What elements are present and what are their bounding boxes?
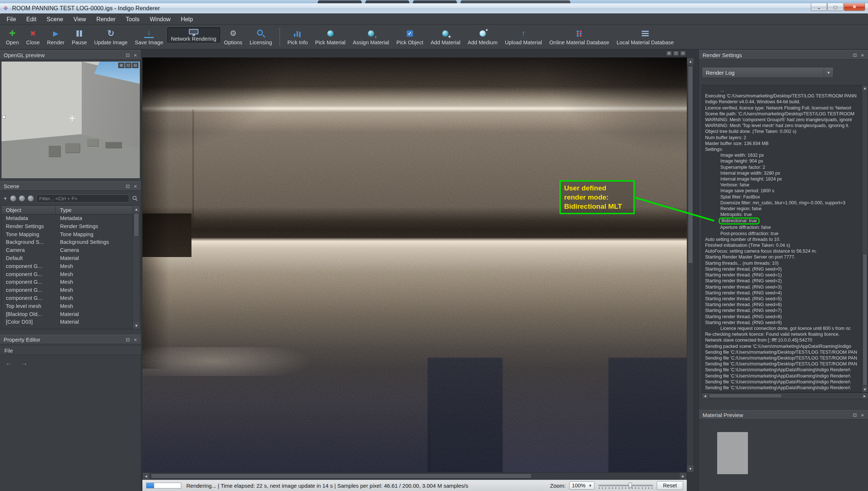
search-icon[interactable]	[132, 196, 138, 201]
zoom-slider-handle[interactable]	[629, 483, 632, 488]
column-object[interactable]: Object	[1, 206, 56, 214]
table-row[interactable]: component G...Mesh	[1, 294, 133, 302]
render-log-panel[interactable]: ...Executing 'C:/Users/msmarketing/Deskt…	[702, 85, 868, 393]
float-panel-icon[interactable]	[852, 412, 858, 418]
menu-render[interactable]: Render	[91, 14, 120, 25]
render-settings-dropdown[interactable]: Render Log ▼	[702, 67, 834, 78]
table-row[interactable]: [Blacktop Old...Material	[1, 310, 133, 319]
render-progress-fill	[146, 483, 154, 488]
opengl-viewport[interactable]: ⊞ ⊡ ⊟	[1, 61, 140, 179]
render-expand-button[interactable]: ⊟	[680, 51, 686, 56]
float-panel-icon[interactable]	[124, 52, 131, 58]
menu-tools[interactable]: Tools	[121, 14, 145, 25]
menu-edit[interactable]: Edit	[21, 14, 42, 25]
render-float-button[interactable]: ⊞	[666, 51, 672, 56]
indigo-app-icon	[3, 5, 10, 12]
render-viewport[interactable]	[142, 57, 687, 472]
object-cell: Top level mesh	[1, 302, 56, 310]
close-panel-icon[interactable]	[859, 412, 866, 418]
title-bar[interactable]: ROOM PANNING TEST LOG-0000.igs - Indigo …	[0, 3, 868, 14]
table-row[interactable]: Top level meshMesh	[1, 302, 133, 310]
render-progress-bar	[146, 483, 181, 488]
table-row[interactable]: Render SettingsRender Settings	[1, 223, 133, 231]
render-dock-button[interactable]: ⊡	[673, 51, 679, 56]
add-material-button[interactable]: Add Material	[427, 27, 464, 46]
menu-scene[interactable]: Scene	[41, 14, 68, 25]
menu-view[interactable]: View	[68, 14, 91, 25]
online-material-database-button[interactable]: Online Material Database	[546, 27, 613, 46]
minimize-button[interactable]	[811, 3, 827, 11]
table-row[interactable]: component G...Mesh	[1, 263, 133, 271]
zoom-select[interactable]: 100% ▼	[569, 481, 595, 490]
table-row[interactable]: Tone MappingTone Mapping	[1, 231, 133, 239]
zoom-slider[interactable]	[598, 481, 653, 490]
pick-material-button[interactable]: Pick Material	[312, 27, 349, 46]
close-panel-icon[interactable]	[132, 183, 139, 189]
menu-help[interactable]: Help	[176, 14, 198, 25]
render-view-topstrip: ⊞ ⊡ ⊟	[141, 49, 699, 57]
menu-window[interactable]: Window	[145, 14, 176, 25]
close-panel-icon[interactable]	[859, 52, 866, 58]
table-row[interactable]: DefaultMaterial	[1, 254, 133, 263]
render-horizontal-scrollbar[interactable]: ◄ ►	[142, 472, 687, 480]
maximize-button[interactable]	[827, 3, 843, 11]
eye-icon[interactable]	[10, 196, 16, 201]
close-panel-icon[interactable]	[132, 52, 139, 58]
options-button[interactable]: Options	[220, 27, 246, 46]
back-arrow-icon[interactable]: ←	[5, 359, 12, 367]
forward-arrow-icon[interactable]: →	[21, 359, 28, 367]
assign-material-button[interactable]: Assign Material	[349, 27, 393, 46]
table-row[interactable]: component G...Mesh	[1, 271, 133, 279]
render-vertical-scrollbar[interactable]: ▲ ▼	[687, 57, 694, 472]
type-cell: Metadata	[56, 215, 82, 223]
close-button[interactable]: Close	[22, 27, 43, 46]
pause-button[interactable]: Pause	[68, 27, 90, 46]
table-row[interactable]: component G...Mesh	[1, 278, 133, 286]
menu-bar: FileEditSceneViewRenderToolsWindowHelp	[0, 14, 868, 25]
log-horizontal-scrollbar[interactable]: ◄ ►	[702, 393, 868, 399]
save-image-button[interactable]: Save Image	[131, 27, 167, 46]
lock-icon[interactable]	[19, 196, 25, 201]
close-panel-icon[interactable]	[132, 336, 139, 342]
object-cell: Tone Mapping	[1, 231, 56, 239]
menu-file[interactable]: File	[1, 14, 21, 25]
network-rendering-button[interactable]: Network Rendering	[167, 27, 220, 43]
chevron-down-icon: ▼	[588, 484, 592, 488]
gl-dock-button[interactable]: ⊡	[125, 63, 131, 68]
licensing-button[interactable]: Licensing	[246, 27, 276, 46]
scene-filter-input[interactable]	[37, 194, 129, 202]
table-row[interactable]: MetadataMetadata	[1, 215, 133, 223]
toolbar-label: Licensing	[250, 40, 272, 45]
upload-material-button[interactable]: Upload Material	[501, 27, 546, 46]
table-row[interactable]: component G...Mesh	[1, 286, 133, 294]
table-row[interactable]: Background S...Background Settings	[1, 238, 133, 246]
float-panel-icon[interactable]	[124, 336, 131, 342]
log-vertical-scrollbar[interactable]: ▲ ▼	[862, 85, 868, 392]
scene-table-scrollbar[interactable]: ▲ ▼	[133, 206, 140, 329]
open-button[interactable]: Open	[2, 27, 22, 46]
center-area: ⊞ ⊡ ⊟ ▲	[141, 49, 699, 491]
render-button[interactable]: Render	[44, 27, 68, 46]
type-cell: Mesh	[56, 294, 73, 302]
pick-object-button[interactable]: Pick Object	[393, 27, 427, 46]
pick-info-button[interactable]: Pick Info	[284, 27, 312, 46]
close-window-button[interactable]	[844, 3, 865, 11]
gl-selection-handle[interactable]	[2, 115, 5, 119]
add-medium-button[interactable]: Add Medium	[464, 27, 501, 46]
float-panel-icon[interactable]	[124, 183, 131, 189]
float-panel-icon[interactable]	[852, 52, 858, 58]
gl-float-button[interactable]: ⊞	[118, 63, 124, 68]
cube-icon[interactable]	[28, 196, 34, 201]
local-material-database-button[interactable]: Local Material Database	[613, 27, 677, 46]
log-line: Starting render thread. (RNG seed=9)	[705, 320, 862, 326]
gl-expand-button[interactable]: ⊟	[132, 63, 138, 68]
table-row[interactable]: [Color D03]Material	[1, 318, 133, 326]
column-type[interactable]: Type	[56, 206, 71, 214]
reset-button[interactable]: Reset	[657, 481, 683, 490]
log-line: Licence verified, licence type: Network …	[705, 105, 862, 111]
log-line: Splat filter: FastBox	[705, 194, 862, 200]
table-row[interactable]: CameraCamera	[1, 246, 133, 254]
chevron-down-icon[interactable]: ▼	[3, 196, 7, 201]
annotation-line: render mode:	[564, 193, 630, 202]
update-image-button[interactable]: Update Image	[90, 27, 131, 46]
